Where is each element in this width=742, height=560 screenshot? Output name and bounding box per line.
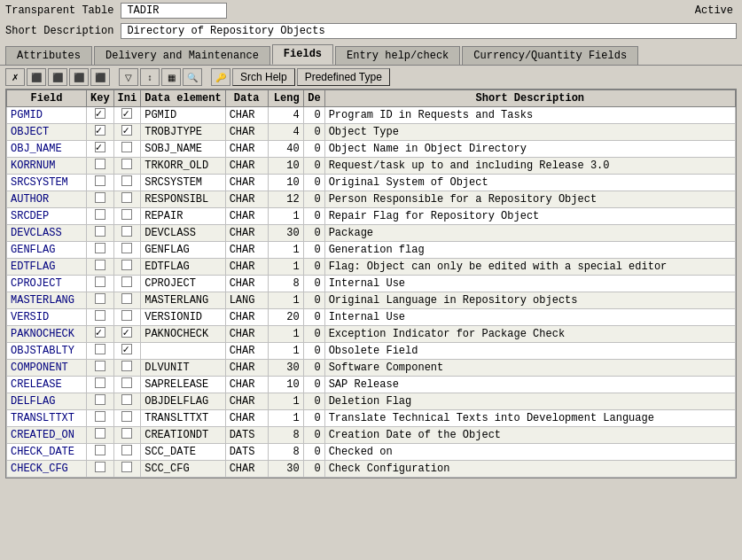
toolbar-key-btn[interactable]: 🔑 xyxy=(211,68,230,86)
checkbox-unchecked[interactable] xyxy=(121,462,132,472)
toolbar-btn-x[interactable]: ✗ xyxy=(5,68,25,86)
checkbox-unchecked[interactable] xyxy=(95,175,105,186)
checkbox-unchecked[interactable] xyxy=(95,361,105,371)
field-name-cell: MASTERLANG xyxy=(7,292,87,309)
tab-delivery[interactable]: Delivery and Maintenance xyxy=(94,46,270,65)
toolbar-filter-btn[interactable]: ▽ xyxy=(119,68,138,86)
table-row[interactable]: DELFLAGOBJDELFLAGCHAR10Deletion Flag xyxy=(7,393,736,410)
toolbar-btn-copy1[interactable]: ⬛ xyxy=(27,68,46,86)
checkbox-unchecked[interactable] xyxy=(121,243,132,253)
checkbox-unchecked[interactable] xyxy=(95,226,105,237)
checkbox-unchecked[interactable] xyxy=(121,142,132,152)
toolbar-print-btn[interactable]: 🔍 xyxy=(183,68,202,86)
desc-cell: Generation flag xyxy=(324,242,735,259)
table-row[interactable]: GENFLAGGENFLAGCHAR10Generation flag xyxy=(7,242,736,259)
checkbox-unchecked[interactable] xyxy=(95,159,105,169)
data-type-cell: CHAR xyxy=(225,107,268,124)
toolbar-btn-copy2[interactable]: ⬛ xyxy=(48,68,67,86)
toolbar-btn-copy3[interactable]: ⬛ xyxy=(69,68,89,86)
desc-cell: Original System of Object xyxy=(324,175,735,191)
checkbox-unchecked[interactable] xyxy=(121,361,132,371)
checkbox-unchecked[interactable] xyxy=(95,394,105,405)
leng-cell: 1 xyxy=(268,292,303,309)
checkbox-unchecked[interactable] xyxy=(121,394,132,405)
checkbox-unchecked[interactable] xyxy=(121,226,132,237)
checkbox-unchecked[interactable] xyxy=(121,159,132,169)
checkbox-checked[interactable] xyxy=(121,125,132,136)
checkbox-unchecked[interactable] xyxy=(121,175,132,186)
checkbox-unchecked[interactable] xyxy=(121,209,132,220)
table-row[interactable]: PAKNOCHECKPAKNOCHECKCHAR10Exception Indi… xyxy=(7,326,736,343)
checkbox-checked[interactable] xyxy=(121,327,132,338)
checkbox-unchecked[interactable] xyxy=(95,310,105,321)
table-row[interactable]: CRELEASESAPRELEASECHAR100SAP Release xyxy=(7,377,736,393)
table-row[interactable]: DEVCLASSDEVCLASSCHAR300Package xyxy=(7,225,736,242)
checkbox-checked[interactable] xyxy=(95,125,105,136)
checkbox-unchecked[interactable] xyxy=(95,344,105,354)
field-name-cell: KORRNUM xyxy=(7,158,87,175)
table-row[interactable]: CHECK_CFGSCC_CFGCHAR300Check Configurati… xyxy=(7,461,736,478)
checkbox-unchecked[interactable] xyxy=(121,377,132,388)
checkbox-checked[interactable] xyxy=(121,108,132,119)
checkbox-unchecked[interactable] xyxy=(121,192,132,203)
table-row[interactable]: SRCDEPREPAIRCHAR10Repair Flag for Reposi… xyxy=(7,208,736,225)
desc-cell: Package xyxy=(324,225,735,242)
checkbox-unchecked[interactable] xyxy=(95,260,105,270)
tab-fields[interactable]: Fields xyxy=(272,44,333,65)
predef-type-button[interactable]: Predefined Type xyxy=(297,68,390,86)
table-row[interactable]: OBJ_NAMESOBJ_NAMECHAR400Object Name in O… xyxy=(7,141,736,158)
checkbox-checked[interactable] xyxy=(95,142,105,152)
leng-cell: 10 xyxy=(268,158,303,175)
table-row[interactable]: TRANSLTTXTTRANSLTTXTCHAR10Translate Tech… xyxy=(7,410,736,427)
table-row[interactable]: MASTERLANGMASTERLANGLANG10Original Langu… xyxy=(7,292,736,309)
tab-currency[interactable]: Currency/Quantity Fields xyxy=(462,46,638,65)
checkbox-unchecked[interactable] xyxy=(95,445,105,455)
table-row[interactable]: COMPONENTDLVUNITCHAR300Software Componen… xyxy=(7,360,736,377)
field-name-cell: CPROJECT xyxy=(7,276,87,292)
checkbox-unchecked[interactable] xyxy=(121,276,132,287)
table-row[interactable]: VERSIDVERSIONIDCHAR200Internal Use xyxy=(7,309,736,326)
checkbox-unchecked[interactable] xyxy=(95,428,105,439)
checkbox-checked[interactable] xyxy=(95,327,105,338)
tab-entryhelp[interactable]: Entry help/check xyxy=(335,46,460,65)
checkbox-unchecked[interactable] xyxy=(95,462,105,472)
leng-cell: 1 xyxy=(268,242,303,259)
field-name-cell: GENFLAG xyxy=(7,242,87,259)
checkbox-unchecked[interactable] xyxy=(95,192,105,203)
toolbar-col-btn[interactable]: ▦ xyxy=(161,68,181,86)
srch-help-button[interactable]: Srch Help xyxy=(232,68,295,86)
checkbox-unchecked[interactable] xyxy=(121,260,132,270)
table-row[interactable]: KORRNUMTRKORR_OLDCHAR100Request/task up … xyxy=(7,158,736,175)
checkbox-unchecked[interactable] xyxy=(95,293,105,304)
checkbox-checked[interactable] xyxy=(95,108,105,119)
data-type-cell: CHAR xyxy=(225,360,268,377)
toolbar-sort-btn[interactable]: ↕ xyxy=(140,68,160,86)
field-name-cell: DELFLAG xyxy=(7,393,87,410)
checkbox-unchecked[interactable] xyxy=(95,276,105,287)
table-row[interactable]: SRCSYSTEMSRCSYSTEMCHAR100Original System… xyxy=(7,175,736,191)
table-row[interactable]: OBJECTTROBJTYPECHAR40Object Type xyxy=(7,124,736,141)
field-name-cell: CRELEASE xyxy=(7,377,87,393)
table-row[interactable]: CREATED_ONCREATIONDTDATS80Creation Date … xyxy=(7,427,736,444)
table-row[interactable]: CPROJECTCPROJECTCHAR80Internal Use xyxy=(7,276,736,292)
de-cell: 0 xyxy=(303,276,324,292)
checkbox-unchecked[interactable] xyxy=(121,428,132,439)
checkbox-unchecked[interactable] xyxy=(121,293,132,304)
de-cell: 0 xyxy=(303,225,324,242)
checkbox-unchecked[interactable] xyxy=(95,377,105,388)
checkbox-unchecked[interactable] xyxy=(95,209,105,220)
checkbox-unchecked[interactable] xyxy=(121,411,132,422)
de-cell: 0 xyxy=(303,242,324,259)
table-row[interactable]: EDTFLAGEDTFLAGCHAR10Flag: Object can onl… xyxy=(7,259,736,276)
toolbar-btn-copy4[interactable]: ⬛ xyxy=(90,68,110,86)
checkbox-checked[interactable] xyxy=(121,344,132,354)
table-row[interactable]: CHECK_DATESCC_DATEDATS80Checked on xyxy=(7,444,736,461)
table-row[interactable]: OBJSTABLTYCHAR10Obsolete Field xyxy=(7,343,736,360)
checkbox-unchecked[interactable] xyxy=(121,310,132,321)
checkbox-unchecked[interactable] xyxy=(95,243,105,253)
checkbox-unchecked[interactable] xyxy=(95,411,105,422)
table-row[interactable]: PGMIDPGMIDCHAR40Program ID in Requests a… xyxy=(7,107,736,124)
tab-attributes[interactable]: Attributes xyxy=(5,46,92,65)
table-row[interactable]: AUTHORRESPONSIBLCHAR120Person Responsibl… xyxy=(7,191,736,208)
checkbox-unchecked[interactable] xyxy=(121,445,132,455)
